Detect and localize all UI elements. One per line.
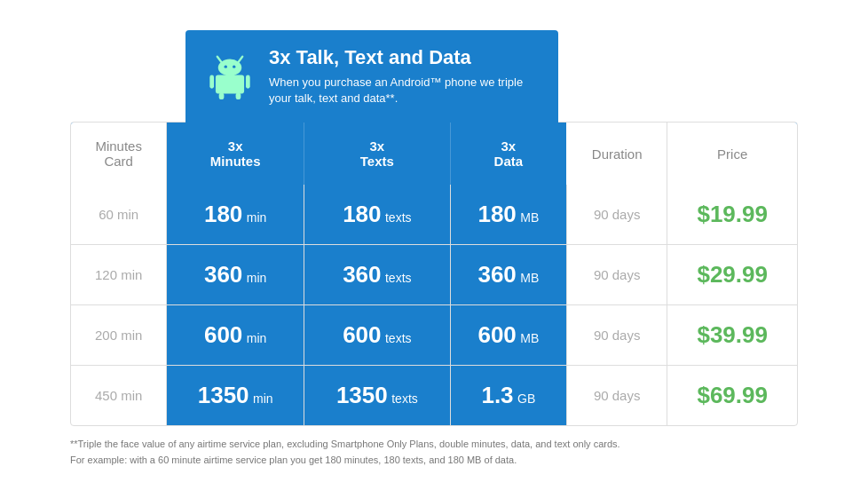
svg-point-4 (233, 65, 235, 67)
cell-3x-texts: 600 texts (304, 305, 450, 366)
cell-3x-minutes: 600 min (167, 305, 304, 366)
svg-rect-5 (216, 75, 244, 93)
promo-description: When you purchase an Android™ phone we t… (269, 75, 537, 107)
cell-3x-minutes: 360 min (167, 245, 304, 305)
cell-3x-data: 360 MB (450, 245, 566, 305)
cell-3x-texts: 1350 texts (304, 366, 450, 426)
footnote-line2: For example: with a 60 minute airtime se… (70, 453, 798, 469)
cell-3x-texts: 360 texts (304, 245, 450, 305)
table-row: 200 min 600 min 600 texts 600 MB 90 days… (71, 305, 797, 366)
cell-minutes-card: 200 min (71, 305, 167, 366)
cell-price: $69.99 (667, 366, 797, 426)
header-3x-minutes: 3xMinutes (167, 123, 304, 185)
cell-price: $39.99 (667, 305, 797, 366)
table-row: 120 min 360 min 360 texts 360 MB 90 days… (71, 245, 797, 305)
cell-duration: 90 days (566, 245, 667, 305)
cell-minutes-card: 120 min (71, 245, 167, 305)
svg-rect-9 (236, 92, 241, 99)
cell-3x-data: 180 MB (450, 185, 566, 245)
cell-duration: 90 days (566, 366, 667, 426)
table-row: 450 min 1350 min 1350 texts 1.3 GB 90 da… (71, 366, 797, 426)
header-duration: Duration (566, 123, 667, 185)
cell-duration: 90 days (566, 185, 667, 245)
svg-point-2 (218, 59, 241, 76)
footnote-line1: **Triple the face value of any airtime s… (70, 437, 798, 453)
header-3x-texts: 3xTexts (304, 123, 450, 185)
promo-title: 3x Talk, Text and Data (269, 46, 537, 69)
svg-rect-6 (209, 75, 214, 88)
svg-rect-8 (219, 92, 225, 99)
header-minutes-card: MinutesCard (71, 123, 167, 185)
pricing-table: MinutesCard 3xMinutes 3xTexts 3xData Dur… (71, 123, 797, 425)
cell-minutes-card: 450 min (71, 366, 167, 426)
header-price: Price (667, 123, 797, 185)
pricing-table-wrapper: MinutesCard 3xMinutes 3xTexts 3xData Dur… (70, 122, 798, 426)
cell-price: $29.99 (667, 245, 797, 305)
footnote: **Triple the face value of any airtime s… (70, 437, 798, 468)
cell-3x-minutes: 180 min (167, 185, 304, 245)
cell-3x-data: 1.3 GB (450, 366, 566, 426)
table-row: 60 min 180 min 180 texts 180 MB 90 days … (71, 185, 797, 245)
header-3x-data: 3xData (450, 123, 566, 185)
cell-minutes-card: 60 min (71, 185, 167, 245)
cell-3x-texts: 180 texts (304, 185, 450, 245)
svg-rect-7 (246, 75, 250, 88)
promo-banner: 3x Talk, Text and Data When you purchase… (185, 30, 558, 123)
main-container: 3x Talk, Text and Data When you purchase… (52, 12, 816, 486)
cell-3x-minutes: 1350 min (167, 366, 304, 426)
promo-text: 3x Talk, Text and Data When you purchase… (269, 46, 537, 107)
android-icon (207, 53, 253, 99)
svg-point-3 (225, 65, 227, 67)
cell-duration: 90 days (566, 305, 667, 366)
cell-price: $19.99 (667, 185, 797, 245)
cell-3x-data: 600 MB (450, 305, 566, 366)
